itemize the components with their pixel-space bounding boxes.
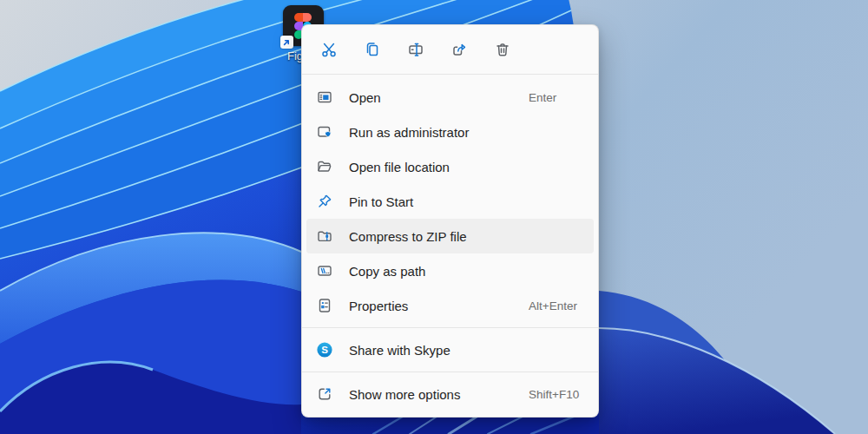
- menu-item-label: Open: [349, 90, 381, 105]
- menu-item-run-as-administrator[interactable]: Run as administrator: [306, 115, 594, 149]
- cut-icon: [320, 41, 338, 58]
- menu-item-properties[interactable]: Properties Alt+Enter: [306, 288, 594, 323]
- shortcut-arrow-badge: [280, 36, 293, 49]
- open-file-location-icon: [316, 158, 333, 175]
- menu-separator: [302, 327, 598, 328]
- menu-item-copy-as-path[interactable]: Copy as path: [306, 253, 594, 288]
- menu-item-label: Show more options: [349, 387, 460, 402]
- context-menu-list: Open Enter Run as administrator: [302, 75, 598, 417]
- menu-item-shortcut: Enter: [529, 91, 556, 104]
- menu-item-pin-to-start[interactable]: Pin to Start: [306, 184, 594, 219]
- skype-icon: S: [316, 341, 333, 358]
- share-button[interactable]: [446, 36, 472, 62]
- menu-item-label: Properties: [349, 299, 408, 313]
- copy-icon: [364, 41, 381, 58]
- copy-as-path-icon: [316, 262, 333, 279]
- menu-item-shortcut: Alt+Enter: [529, 299, 577, 312]
- shortcut-arrow-icon: [282, 38, 291, 47]
- rename-button[interactable]: [403, 36, 429, 62]
- menu-item-label: Share with Skype: [349, 343, 450, 358]
- menu-item-share-with-skype[interactable]: S Share with Skype: [306, 332, 594, 367]
- menu-item-label: Pin to Start: [349, 194, 413, 209]
- context-menu: Open Enter Run as administrator: [301, 24, 599, 418]
- context-menu-toolbar: [302, 25, 598, 74]
- menu-item-label: Run as administrator: [349, 125, 469, 140]
- zip-folder-icon: [316, 227, 333, 245]
- share-icon: [450, 41, 468, 58]
- copy-button[interactable]: [359, 36, 385, 62]
- menu-item-label: Compress to ZIP file: [349, 229, 467, 244]
- svg-text:S: S: [321, 345, 328, 355]
- run-as-administrator-icon: [316, 123, 333, 141]
- delete-button[interactable]: [490, 36, 516, 62]
- menu-item-compress-to-zip-file[interactable]: Compress to ZIP file: [306, 219, 594, 253]
- delete-icon: [494, 41, 511, 58]
- menu-item-label: Copy as path: [349, 264, 425, 279]
- menu-item-show-more-options[interactable]: Show more options Shift+F10: [306, 377, 594, 411]
- menu-item-open-file-location[interactable]: Open file location: [306, 149, 594, 184]
- menu-item-label: Open file location: [349, 160, 450, 174]
- menu-item-open[interactable]: Open Enter: [306, 80, 594, 115]
- show-more-options-icon: [316, 385, 333, 403]
- desktop[interactable]: Figma: [0, 0, 868, 434]
- pin-icon: [316, 193, 333, 210]
- cut-button[interactable]: [316, 36, 342, 62]
- menu-item-shortcut: Shift+F10: [529, 388, 579, 401]
- properties-icon: [316, 297, 333, 314]
- rename-icon: [407, 41, 424, 58]
- open-icon: [316, 89, 333, 106]
- menu-separator: [302, 372, 598, 372]
